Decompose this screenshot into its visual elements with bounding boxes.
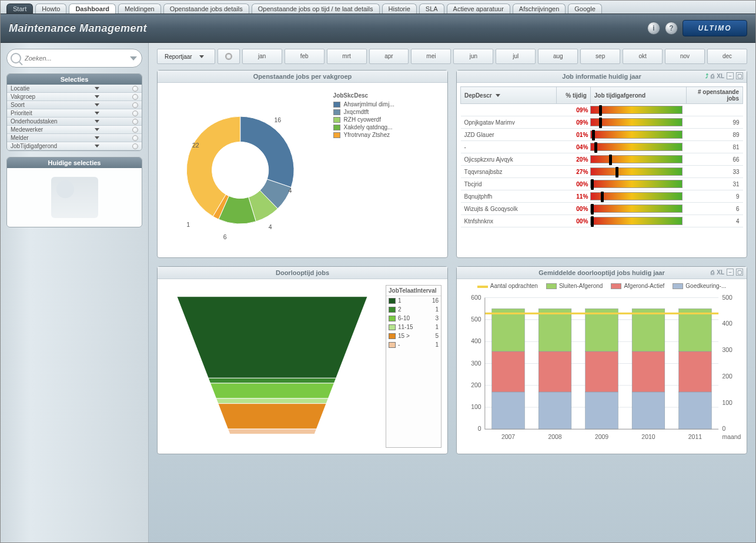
month-dec[interactable]: dec: [707, 49, 747, 64]
clear-icon[interactable]: [132, 135, 138, 141]
table-row[interactable]: JZD Glauer01%01%89: [461, 129, 743, 141]
clear-icon[interactable]: [132, 102, 138, 108]
month-nov[interactable]: nov: [665, 49, 705, 64]
report-year-selector[interactable]: Reportjaar: [157, 49, 215, 64]
stacked-bar-chart[interactable]: 0100200300400500600010020030040050020072…: [460, 291, 743, 450]
selector-vakgroep[interactable]: Vakgroep: [7, 93, 142, 101]
print-icon[interactable]: ⎙: [711, 269, 714, 276]
tab-dashboard[interactable]: Dashboard: [69, 4, 115, 14]
tab-meldingen[interactable]: Meldingen: [118, 4, 161, 14]
minimize-button[interactable]: –: [727, 72, 734, 79]
legend-item[interactable]: Goedkeuring-...: [673, 283, 726, 289]
month-apr[interactable]: apr: [369, 49, 409, 64]
column-header[interactable]: Job tijdigafgerond: [590, 87, 686, 104]
selector-locatie[interactable]: Locatie: [7, 85, 142, 93]
legend-item[interactable]: 6-103: [386, 314, 441, 323]
table-row[interactable]: Opnjkgatav Marimv09%09%99: [461, 116, 743, 129]
export-icon[interactable]: ⤴: [705, 73, 708, 79]
tab-actieve-aparatuur[interactable]: Actieve aparatuur: [447, 4, 510, 14]
tab-openstaande-jobs-details[interactable]: Openstaande jobs details: [163, 4, 249, 14]
clear-icon[interactable]: [132, 143, 138, 149]
clear-icon[interactable]: [132, 119, 138, 125]
month-mei[interactable]: mei: [411, 49, 451, 64]
tab-howto[interactable]: Howto: [35, 4, 66, 14]
legend-item[interactable]: 15 >5: [386, 331, 441, 340]
tab-sla[interactable]: SLA: [419, 4, 444, 14]
job-info-table[interactable]: DepDescr% tijdigJob tijdigafgerond# open…: [460, 86, 743, 227]
table-row[interactable]: Bqnujtphfh11%11%9: [461, 190, 743, 203]
minimize-button[interactable]: –: [727, 269, 734, 276]
svg-text:16: 16: [274, 116, 281, 123]
search-box[interactable]: [6, 49, 142, 68]
month-jul[interactable]: jul: [496, 49, 536, 64]
table-row[interactable]: Ktnfshnknx00%00%4: [461, 215, 743, 227]
selector-medewerker[interactable]: Medewerker: [7, 126, 142, 134]
column-header[interactable]: % tijdig: [557, 87, 591, 104]
tab-openstaande-jobs-op-tijd-te-laat-details[interactable]: Openstaande jobs op tijd / te laat detai…: [252, 4, 380, 14]
close-button[interactable]: ▢: [736, 72, 743, 79]
tab-strip: StartHowtoDashboardMeldingenOpenstaande …: [1, 1, 755, 14]
legend-label: Yfrotrvnay Ztshez: [344, 132, 390, 138]
legend-item[interactable]: Sluiten-Afgerond: [546, 283, 603, 289]
clear-icon[interactable]: [132, 94, 138, 100]
legend-item[interactable]: Xakdely qatdnqg...: [333, 124, 444, 130]
legend-item[interactable]: 116: [386, 296, 441, 305]
legend-item[interactable]: Aantal opdrachten: [477, 283, 538, 289]
legend-item[interactable]: Jxqcmdtft: [333, 109, 444, 115]
month-okt[interactable]: okt: [623, 49, 663, 64]
legend-item[interactable]: Yfrotrvnay Ztshez: [333, 132, 444, 138]
info-icon[interactable]: i: [647, 22, 660, 35]
close-button[interactable]: ▢: [736, 269, 743, 276]
print-icon[interactable]: ⎙: [711, 73, 714, 79]
legend-item[interactable]: Afgerond-Actief: [611, 283, 664, 289]
clear-icon[interactable]: [132, 127, 138, 133]
month-sep[interactable]: sep: [580, 49, 620, 64]
table-row[interactable]: Ojicspkzxru Ajvqyk20%20%66: [461, 153, 743, 166]
clear-icon[interactable]: [132, 86, 138, 92]
legend-item[interactable]: 11-151: [386, 323, 441, 331]
settings-button[interactable]: [218, 49, 240, 64]
widget-gemiddelde-doorlooptijd: Gemiddelde doorlooptijd jobs huidig jaar…: [456, 266, 747, 454]
month-jun[interactable]: jun: [453, 49, 493, 64]
svg-text:2008: 2008: [548, 434, 561, 440]
table-row[interactable]: 09%09%: [461, 104, 743, 116]
search-dropdown-icon[interactable]: [130, 56, 137, 61]
selector-melder[interactable]: Melder: [7, 134, 142, 142]
column-header[interactable]: # openstaande jobs: [686, 87, 742, 104]
expand-xl-button[interactable]: XL: [717, 269, 724, 276]
month-mrt[interactable]: mrt: [327, 49, 367, 64]
donut-chart[interactable]: 16446122: [161, 86, 331, 254]
svg-text:600: 600: [471, 294, 481, 301]
clear-icon[interactable]: [132, 110, 138, 116]
svg-text:100: 100: [722, 400, 732, 406]
cell-pct: 00%: [576, 206, 588, 212]
legend-item[interactable]: -1: [386, 340, 441, 349]
table-row[interactable]: Tbcjrid00%00%31: [461, 178, 743, 190]
tab-start[interactable]: Start: [6, 4, 33, 14]
cell-open: 89: [686, 129, 742, 141]
selector-prioriteit[interactable]: Prioriteit: [7, 109, 142, 118]
month-aug[interactable]: aug: [538, 49, 578, 64]
tab-google[interactable]: Google: [568, 4, 601, 14]
tab-afschrijvingen[interactable]: Afschrijvingen: [513, 4, 566, 14]
tab-historie[interactable]: Historie: [382, 4, 417, 14]
legend-item[interactable]: RZH cyowerdf: [333, 116, 444, 123]
legend-item[interactable]: 21: [386, 305, 441, 314]
selector-jobtijdigafgerond[interactable]: JobTijdigafgerond: [7, 142, 142, 150]
table-row[interactable]: Tqqvrsnajbsbz27%27%33: [461, 166, 743, 178]
table-row[interactable]: -04%04%81: [461, 141, 743, 153]
svg-rect-38: [538, 309, 571, 351]
month-jan[interactable]: jan: [242, 49, 282, 64]
column-header[interactable]: DepDescr: [461, 87, 557, 104]
legend-label: Ahswrjmlmul dimj...: [344, 101, 394, 108]
cell-open: 66: [686, 153, 742, 166]
month-feb[interactable]: feb: [285, 49, 325, 64]
table-row[interactable]: Wizujts & Gcoqysolk00%00%6: [461, 203, 743, 215]
legend-item[interactable]: Ahswrjmlmul dimj...: [333, 101, 444, 108]
help-icon[interactable]: ?: [665, 22, 678, 35]
search-input[interactable]: [25, 55, 126, 62]
selector-onderhoudstaken[interactable]: Onderhoudstaken: [7, 118, 142, 126]
funnel-chart[interactable]: [161, 283, 383, 450]
expand-xl-button[interactable]: XL: [717, 73, 724, 79]
selector-soort[interactable]: Soort: [7, 101, 142, 109]
